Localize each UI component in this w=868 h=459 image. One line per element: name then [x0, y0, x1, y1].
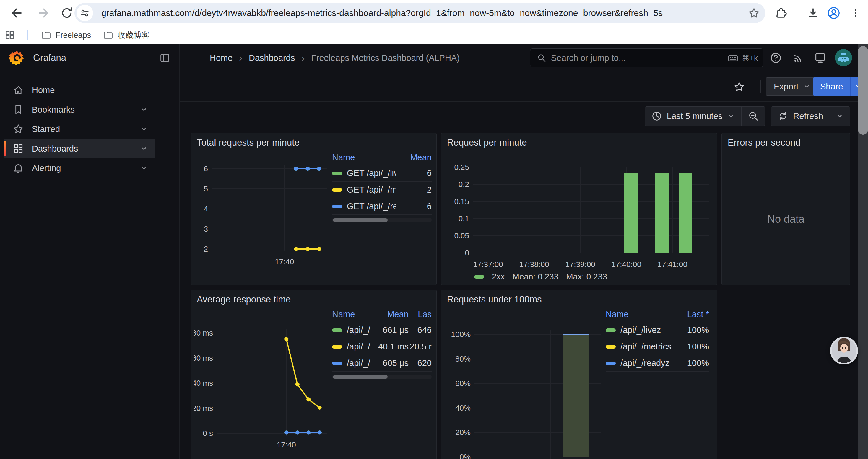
page-scrollbar-thumb[interactable]: [858, 46, 868, 135]
user-avatar[interactable]: [835, 49, 852, 66]
site-settings-icon[interactable]: [76, 5, 93, 21]
panel-title[interactable]: Request per minute: [447, 137, 527, 148]
legend-row[interactable]: /api/_/metrics100%: [606, 338, 709, 355]
zoom-out-button[interactable]: [742, 107, 765, 126]
bookmarks-bar: Freeleaps 收藏博客: [0, 26, 868, 44]
toolbar-separator: [761, 80, 761, 93]
table-hscrollbar[interactable]: [332, 374, 432, 379]
column-header-name[interactable]: Name: [332, 153, 396, 162]
legend-pill: [474, 275, 484, 278]
panel-title[interactable]: Average response time: [197, 294, 291, 305]
folder-icon: [103, 30, 114, 40]
browser-menu-icon[interactable]: [847, 4, 864, 22]
kiosk-monitor-icon[interactable]: [812, 50, 829, 66]
series-value: 6: [396, 168, 432, 178]
column-header-mean[interactable]: Mean: [396, 153, 432, 162]
clock-icon: [651, 110, 663, 122]
sidebar-item-bookmarks[interactable]: Bookmarks: [4, 100, 155, 119]
profile-icon[interactable]: [825, 4, 843, 22]
help-icon[interactable]: [768, 50, 784, 66]
favorite-star-icon[interactable]: [730, 77, 749, 96]
legend-row[interactable]: GET /api/_/livez6: [332, 165, 432, 182]
chevron-down-icon[interactable]: [139, 163, 149, 173]
share-label[interactable]: Share: [813, 77, 850, 96]
sidebar-item-dashboards[interactable]: Dashboards: [4, 139, 155, 158]
floating-assistant-avatar[interactable]: [830, 337, 858, 364]
bookmark-star-icon[interactable]: [745, 4, 764, 23]
time-range-label: Last 5 minutes: [667, 111, 723, 121]
chevron-down-icon[interactable]: [139, 104, 149, 114]
legend-row[interactable]: /api/_/livez661 µs646: [332, 322, 432, 338]
column-header-las[interactable]: Las: [409, 309, 432, 319]
chevron-down-icon: [835, 112, 844, 121]
panel-request-per-minute: Request per minute 0.250.20.150.10.05017…: [441, 133, 717, 285]
news-rss-icon[interactable]: [790, 50, 807, 66]
search-input[interactable]: Search or jump to... ⌘+k: [530, 48, 764, 67]
panel-title[interactable]: Errors per second: [728, 137, 800, 148]
column-header-mean[interactable]: Mean: [370, 309, 409, 319]
sidebar-item-starred[interactable]: Starred: [4, 119, 155, 139]
legend-row[interactable]: /api/_/metrics40.1 ms20.5 r: [332, 338, 432, 355]
search-icon: [536, 53, 547, 63]
breadcrumb-dashboards[interactable]: Dashboards: [249, 53, 295, 63]
legend-row[interactable]: /api/_/readyz605 µs620: [332, 355, 432, 371]
table-hscrollbar-thumb[interactable]: [333, 375, 388, 379]
rpm-legend[interactable]: 2xx Mean: 0.233 Max: 0.233: [474, 272, 607, 282]
chevron-down-icon[interactable]: [139, 124, 149, 134]
refresh-group: Refresh: [771, 106, 850, 126]
breadcrumb: Home › Dashboards › Freeleaps Metrics Da…: [210, 44, 460, 71]
legend-row[interactable]: /api/_/livez100%: [606, 322, 709, 338]
refresh-interval-caret[interactable]: [829, 107, 850, 126]
table-hscrollbar[interactable]: [332, 218, 432, 222]
apps-grid-icon[interactable]: [0, 30, 20, 40]
browser-back-icon[interactable]: [8, 4, 25, 22]
search-placeholder: Search or jump to...: [551, 53, 727, 63]
panel-avg-response-time: Average response time 80 ms60 ms40 ms20 …: [191, 290, 437, 459]
legend-row[interactable]: GET /api/_/readyz6: [332, 198, 432, 215]
refresh-button[interactable]: Refresh: [771, 107, 829, 126]
extensions-icon[interactable]: [772, 4, 789, 22]
y-axis-tick: 0.25: [454, 163, 469, 172]
total-requests-chart: 6543217:40: [194, 151, 330, 275]
series-value: 646: [409, 325, 432, 335]
sidebar-collapse-icon[interactable]: [158, 51, 172, 65]
table-hscrollbar-thumb[interactable]: [333, 218, 388, 222]
series-value: 20.5 r: [409, 342, 432, 352]
time-range-picker[interactable]: Last 5 minutes: [645, 107, 742, 126]
dashboards-grid-icon: [12, 143, 24, 155]
chevron-down-icon: [803, 83, 811, 91]
address-bar[interactable]: grafana.mathmast.com/d/deytv4rwavabkb/fr…: [74, 3, 765, 23]
sidebar-item-alerting[interactable]: Alerting: [4, 158, 155, 178]
legend-row[interactable]: /api/_/readyz100%: [606, 355, 709, 371]
bookmark-blogs[interactable]: 收藏博客: [97, 28, 155, 43]
downloads-icon[interactable]: [804, 4, 822, 22]
url-text[interactable]: grafana.mathmast.com/d/deytv4rwavabkb/fr…: [101, 8, 745, 18]
bookmark-label: Freeleaps: [56, 31, 91, 40]
column-header-last-[interactable]: Last *: [674, 309, 709, 319]
zoom-out-icon: [747, 110, 759, 122]
column-header-name[interactable]: Name: [332, 309, 370, 319]
refresh-label: Refresh: [793, 111, 823, 121]
column-header-name[interactable]: Name: [606, 309, 674, 319]
chevron-down-icon[interactable]: [139, 143, 149, 154]
panel-title[interactable]: Requests under 100ms: [447, 294, 542, 305]
series-value: 6: [396, 201, 432, 211]
series-color-pill: [332, 205, 342, 208]
legend-row[interactable]: GET /api/_/metrics2: [332, 182, 432, 198]
series-value: 40.1 ms: [370, 342, 409, 352]
sidebar: Grafana Home Bookmarks: [0, 44, 180, 459]
x-axis-tick: 17:40:00: [611, 260, 641, 269]
series-value: 100%: [674, 358, 709, 368]
y-axis-tick: 0: [465, 249, 469, 257]
panel-title[interactable]: Total requests per minute: [197, 137, 300, 148]
bookmark-freeleaps[interactable]: Freeleaps: [35, 28, 97, 43]
series-color-pill: [606, 328, 616, 332]
sidebar-item-home[interactable]: Home: [4, 80, 155, 100]
export-button[interactable]: Export: [766, 77, 819, 96]
series-color-pill: [332, 362, 342, 365]
y-axis-tick: 0%: [459, 453, 471, 459]
y-axis-tick: 0.05: [454, 231, 469, 240]
grafana-logo[interactable]: [9, 50, 25, 66]
browser-reload-icon[interactable]: [58, 4, 75, 22]
breadcrumb-home[interactable]: Home: [210, 53, 232, 63]
